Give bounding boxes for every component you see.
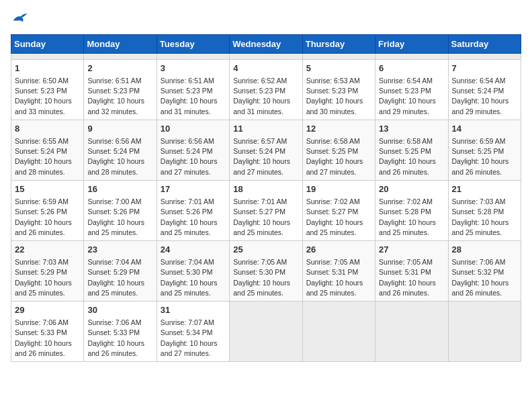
calendar-day: 19Sunrise: 7:02 AMSunset: 5:27 PMDayligh…: [302, 180, 375, 240]
day-info: Sunrise: 6:59 AMSunset: 5:25 PMDaylight:…: [452, 136, 517, 177]
calendar-day: [375, 53, 448, 59]
calendar-day: 8Sunrise: 6:55 AMSunset: 5:24 PMDaylight…: [11, 120, 84, 180]
calendar-day: [302, 53, 375, 59]
calendar-day: 11Sunrise: 6:57 AMSunset: 5:24 PMDayligh…: [230, 120, 302, 180]
day-info: Sunrise: 7:01 AMSunset: 5:27 PMDaylight:…: [233, 197, 298, 238]
day-info: Sunrise: 7:05 AMSunset: 5:31 PMDaylight:…: [306, 257, 371, 298]
header-monday: Monday: [84, 34, 157, 53]
day-number: 9: [87, 123, 152, 135]
logo: [11, 11, 28, 28]
calendar-day: 17Sunrise: 7:01 AMSunset: 5:26 PMDayligh…: [157, 180, 229, 240]
calendar-day: [448, 302, 521, 362]
day-info: Sunrise: 7:06 AMSunset: 5:33 PMDaylight:…: [87, 318, 152, 359]
calendar-day: 31Sunrise: 7:07 AMSunset: 5:34 PMDayligh…: [157, 302, 229, 362]
calendar-day: 6Sunrise: 6:54 AMSunset: 5:23 PMDaylight…: [375, 59, 448, 120]
calendar-table: SundayMondayTuesdayWednesdayThursdayFrid…: [11, 34, 521, 362]
day-info: Sunrise: 7:00 AMSunset: 5:26 PMDaylight:…: [87, 197, 152, 238]
calendar-day: [375, 302, 448, 362]
day-info: Sunrise: 6:56 AMSunset: 5:24 PMDaylight:…: [87, 136, 152, 177]
day-info: Sunrise: 6:58 AMSunset: 5:25 PMDaylight:…: [306, 136, 371, 177]
calendar-day: 20Sunrise: 7:02 AMSunset: 5:28 PMDayligh…: [375, 180, 448, 240]
day-number: 11: [233, 123, 298, 135]
day-number: 2: [87, 62, 152, 75]
calendar-day: 13Sunrise: 6:58 AMSunset: 5:25 PMDayligh…: [375, 120, 448, 180]
day-number: 3: [161, 62, 226, 75]
calendar-day: 18Sunrise: 7:01 AMSunset: 5:27 PMDayligh…: [230, 180, 302, 240]
calendar-day: 12Sunrise: 6:58 AMSunset: 5:25 PMDayligh…: [302, 120, 375, 180]
calendar-day: [230, 302, 302, 362]
day-number: 7: [452, 62, 517, 75]
calendar-day: [11, 53, 84, 59]
header-wednesday: Wednesday: [230, 34, 302, 53]
calendar-day: 28Sunrise: 7:06 AMSunset: 5:32 PMDayligh…: [448, 240, 521, 301]
calendar-week-4: 15Sunrise: 6:59 AMSunset: 5:26 PMDayligh…: [11, 180, 521, 240]
calendar-day: [157, 53, 229, 59]
calendar-day: 30Sunrise: 7:06 AMSunset: 5:33 PMDayligh…: [84, 302, 157, 362]
calendar-week-5: 22Sunrise: 7:03 AMSunset: 5:29 PMDayligh…: [11, 240, 521, 301]
calendar-day: 14Sunrise: 6:59 AMSunset: 5:25 PMDayligh…: [448, 120, 521, 180]
calendar-day: 23Sunrise: 7:04 AMSunset: 5:29 PMDayligh…: [84, 240, 157, 301]
calendar-day: 26Sunrise: 7:05 AMSunset: 5:31 PMDayligh…: [302, 240, 375, 301]
calendar-day: 3Sunrise: 6:51 AMSunset: 5:23 PMDaylight…: [157, 59, 229, 120]
day-number: 20: [379, 183, 444, 195]
day-number: 26: [306, 244, 371, 256]
calendar-day: 7Sunrise: 6:54 AMSunset: 5:24 PMDaylight…: [448, 59, 521, 120]
header-thursday: Thursday: [302, 34, 375, 53]
page-header: [11, 11, 521, 28]
day-number: 10: [161, 123, 226, 135]
calendar-week-1: [11, 53, 521, 59]
day-number: 23: [87, 244, 152, 256]
day-number: 17: [161, 183, 226, 195]
calendar-day: 1Sunrise: 6:50 AMSunset: 5:23 PMDaylight…: [11, 59, 84, 120]
calendar-week-2: 1Sunrise: 6:50 AMSunset: 5:23 PMDaylight…: [11, 59, 521, 120]
day-info: Sunrise: 6:56 AMSunset: 5:24 PMDaylight:…: [161, 136, 226, 177]
day-info: Sunrise: 6:53 AMSunset: 5:23 PMDaylight:…: [306, 76, 371, 117]
day-info: Sunrise: 6:58 AMSunset: 5:25 PMDaylight:…: [379, 136, 444, 177]
calendar-day: [302, 302, 375, 362]
day-info: Sunrise: 7:02 AMSunset: 5:28 PMDaylight:…: [379, 197, 444, 238]
day-number: 21: [452, 183, 517, 195]
calendar-header-row: SundayMondayTuesdayWednesdayThursdayFrid…: [11, 34, 521, 53]
day-number: 1: [15, 62, 80, 75]
day-info: Sunrise: 7:07 AMSunset: 5:34 PMDaylight:…: [161, 318, 226, 359]
day-number: 28: [452, 244, 517, 256]
day-number: 30: [87, 304, 152, 316]
day-number: 13: [379, 123, 444, 135]
day-number: 29: [15, 304, 80, 316]
day-number: 15: [15, 183, 80, 195]
day-number: 4: [233, 62, 298, 75]
day-info: Sunrise: 6:54 AMSunset: 5:24 PMDaylight:…: [452, 76, 517, 117]
calendar-day: 5Sunrise: 6:53 AMSunset: 5:23 PMDaylight…: [302, 59, 375, 120]
calendar-day: 27Sunrise: 7:05 AMSunset: 5:31 PMDayligh…: [375, 240, 448, 301]
calendar-day: 24Sunrise: 7:04 AMSunset: 5:30 PMDayligh…: [157, 240, 229, 301]
day-info: Sunrise: 7:06 AMSunset: 5:32 PMDaylight:…: [452, 257, 517, 298]
day-number: 6: [379, 62, 444, 75]
day-number: 12: [306, 123, 371, 135]
day-info: Sunrise: 7:04 AMSunset: 5:29 PMDaylight:…: [87, 257, 152, 298]
day-number: 19: [306, 183, 371, 195]
calendar-day: 21Sunrise: 7:03 AMSunset: 5:28 PMDayligh…: [448, 180, 521, 240]
day-number: 31: [161, 304, 226, 316]
day-info: Sunrise: 6:52 AMSunset: 5:23 PMDaylight:…: [233, 76, 298, 117]
calendar-day: [84, 53, 157, 59]
day-info: Sunrise: 7:03 AMSunset: 5:28 PMDaylight:…: [452, 197, 517, 238]
header-friday: Friday: [375, 34, 448, 53]
day-number: 8: [15, 123, 80, 135]
day-info: Sunrise: 6:51 AMSunset: 5:23 PMDaylight:…: [161, 76, 226, 117]
header-tuesday: Tuesday: [157, 34, 229, 53]
day-info: Sunrise: 6:51 AMSunset: 5:23 PMDaylight:…: [87, 76, 152, 117]
calendar-day: 4Sunrise: 6:52 AMSunset: 5:23 PMDaylight…: [230, 59, 302, 120]
calendar-day: 16Sunrise: 7:00 AMSunset: 5:26 PMDayligh…: [84, 180, 157, 240]
day-info: Sunrise: 7:01 AMSunset: 5:26 PMDaylight:…: [161, 197, 226, 238]
day-number: 24: [161, 244, 226, 256]
header-sunday: Sunday: [11, 34, 84, 53]
day-info: Sunrise: 7:03 AMSunset: 5:29 PMDaylight:…: [15, 257, 80, 298]
calendar-day: 25Sunrise: 7:05 AMSunset: 5:30 PMDayligh…: [230, 240, 302, 301]
calendar-week-6: 29Sunrise: 7:06 AMSunset: 5:33 PMDayligh…: [11, 302, 521, 362]
day-number: 22: [15, 244, 80, 256]
calendar-day: 29Sunrise: 7:06 AMSunset: 5:33 PMDayligh…: [11, 302, 84, 362]
day-info: Sunrise: 6:57 AMSunset: 5:24 PMDaylight:…: [233, 136, 298, 177]
day-info: Sunrise: 7:02 AMSunset: 5:27 PMDaylight:…: [306, 197, 371, 238]
calendar-day: [448, 53, 521, 59]
day-number: 25: [233, 244, 298, 256]
